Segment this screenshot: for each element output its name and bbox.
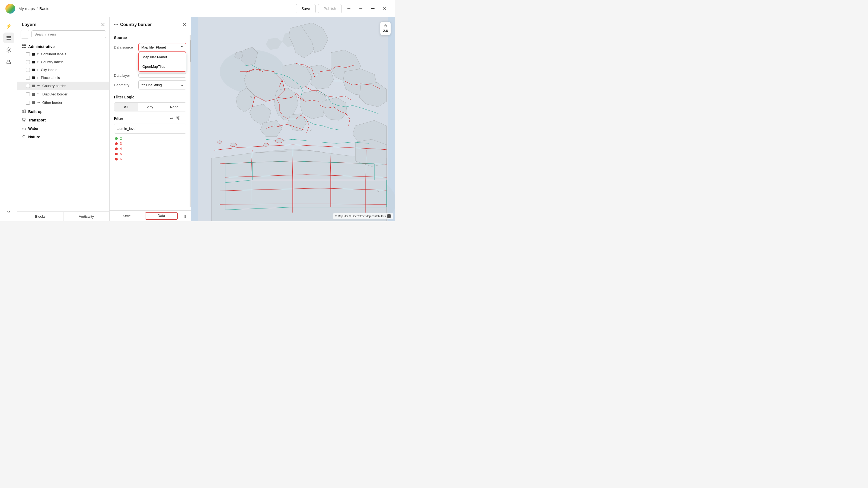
svg-rect-9 bbox=[22, 110, 24, 113]
builtup-label: Built-up bbox=[28, 109, 42, 114]
dropdown-item-openmaptiles[interactable]: OpenMapTiles bbox=[138, 62, 186, 71]
layer-label: Continent labels bbox=[41, 52, 66, 56]
layer-checkbox[interactable] bbox=[26, 93, 30, 96]
list-item[interactable]: T Country labels bbox=[18, 58, 109, 66]
filter-num-3: 3 bbox=[120, 141, 122, 145]
layer-group-transport[interactable]: Transport bbox=[18, 115, 109, 124]
geometry-value[interactable]: 〜 LineString ⌄ bbox=[138, 80, 186, 90]
layer-checkbox[interactable] bbox=[26, 68, 30, 72]
filter-logic-any[interactable]: Any bbox=[138, 103, 162, 111]
layer-group-builtup[interactable]: Built-up bbox=[18, 107, 109, 115]
list-item[interactable]: T City labels bbox=[18, 66, 109, 74]
dropdown-item-maptiler[interactable]: MapTiler Planet bbox=[138, 52, 186, 62]
layer-group-nature[interactable]: Nature bbox=[18, 132, 109, 140]
layer-label: Place labels bbox=[41, 76, 60, 80]
svg-point-29 bbox=[230, 143, 237, 147]
tab-verticality[interactable]: Verticality bbox=[63, 212, 109, 221]
layers-search-row: + bbox=[18, 30, 109, 42]
administrative-icon bbox=[22, 44, 26, 49]
dot-red-icon bbox=[115, 153, 118, 155]
filter-num-4: 4 bbox=[120, 147, 122, 151]
tab-style[interactable]: Style bbox=[110, 210, 144, 221]
publish-button[interactable]: Publish bbox=[318, 4, 342, 13]
detail-panel: 〜 Country border ✕ Source Data source Ma… bbox=[110, 18, 191, 221]
dot-green-icon bbox=[115, 137, 118, 140]
dot-red-icon bbox=[115, 142, 118, 145]
search-input[interactable] bbox=[31, 30, 106, 38]
layer-group-water[interactable]: Water bbox=[18, 124, 109, 132]
layer-checkbox[interactable] bbox=[26, 101, 30, 105]
list-item[interactable]: T Continent labels bbox=[18, 50, 109, 58]
water-label: Water bbox=[28, 126, 38, 131]
chevron-up-icon: ⌃ bbox=[180, 45, 183, 50]
filter-value-4[interactable]: 4 bbox=[115, 147, 186, 151]
detail-bottom-tabs: Style Data {} bbox=[110, 210, 191, 221]
layers-close-icon[interactable]: ✕ bbox=[101, 22, 105, 28]
add-layer-button[interactable]: + bbox=[21, 30, 29, 38]
breadcrumb-mymaps[interactable]: My maps bbox=[19, 6, 35, 11]
dot-red-icon bbox=[115, 158, 118, 161]
forward-button[interactable]: → bbox=[356, 4, 366, 13]
list-item[interactable]: 〜 Disputed border bbox=[18, 90, 109, 98]
attribution-info-button[interactable]: i bbox=[387, 214, 391, 218]
filter-sliders-icon[interactable] bbox=[176, 116, 180, 121]
sidebar-icon-layers[interactable] bbox=[3, 33, 14, 43]
list-item[interactable]: 〜 Other border bbox=[18, 98, 109, 107]
breadcrumb-page: Basic bbox=[39, 6, 50, 11]
data-source-dropdown-open: MapTiler Planet OpenMapTiles bbox=[138, 52, 186, 72]
zoom-value: 2.6 bbox=[383, 29, 388, 33]
sidebar-icon-puzzle[interactable] bbox=[3, 56, 14, 67]
sidebar-icon-lightning[interactable]: ⚡ bbox=[3, 21, 14, 31]
sidebar-icon-settings[interactable] bbox=[3, 44, 14, 55]
layer-checkbox[interactable] bbox=[26, 52, 30, 56]
breadcrumb: My maps / Basic bbox=[19, 6, 292, 11]
app-logo bbox=[5, 4, 15, 13]
detail-header-icon: 〜 bbox=[114, 22, 118, 27]
scrollbar-thumb[interactable] bbox=[190, 40, 191, 62]
filter-header: Filter ↩ — bbox=[114, 116, 186, 121]
data-layer-value bbox=[138, 73, 186, 77]
list-item[interactable]: 〜 Country border bbox=[18, 82, 109, 90]
filter-logic-none[interactable]: None bbox=[162, 103, 186, 111]
layers-list: Administrative T Continent labels T Coun… bbox=[18, 42, 109, 212]
detail-scrollable: Source Data source MapTiler Planet ⌃ Map… bbox=[110, 31, 191, 210]
menu-button[interactable]: ☰ bbox=[368, 4, 378, 13]
layer-checkbox[interactable] bbox=[26, 60, 30, 64]
filter-value-2[interactable]: 2 bbox=[115, 136, 186, 140]
svg-point-19 bbox=[177, 118, 178, 119]
data-source-trigger[interactable]: MapTiler Planet ⌃ bbox=[138, 43, 186, 52]
filter-undo-icon[interactable]: ↩ bbox=[170, 116, 174, 121]
detail-close-icon[interactable]: ✕ bbox=[182, 22, 186, 28]
tab-data[interactable]: Data bbox=[145, 212, 178, 220]
list-item[interactable]: T Place labels bbox=[18, 74, 109, 82]
filter-value-5[interactable]: 5 bbox=[115, 152, 186, 156]
tab-code[interactable]: {} bbox=[179, 210, 191, 221]
filter-value-6[interactable]: 6 bbox=[115, 157, 186, 161]
filter-num-5: 5 bbox=[120, 152, 122, 156]
save-button[interactable]: Save bbox=[296, 4, 316, 13]
layer-type-T: T bbox=[37, 68, 39, 72]
close-button[interactable]: ✕ bbox=[380, 4, 390, 13]
layer-color bbox=[32, 85, 35, 87]
svg-point-30 bbox=[218, 141, 222, 143]
filter-minus-icon[interactable]: — bbox=[182, 116, 186, 121]
filter-field-box: admin_level bbox=[114, 124, 186, 134]
detail-title: Country border bbox=[120, 22, 180, 27]
map-area[interactable]: ⏱ 2.6 © MapTiler © OpenStreetMap contrib… bbox=[191, 18, 395, 221]
geometry-line-icon: 〜 bbox=[141, 83, 145, 87]
svg-rect-11 bbox=[23, 118, 25, 120]
filter-field-name: admin_level bbox=[118, 127, 136, 131]
filter-logic-all[interactable]: All bbox=[114, 103, 138, 111]
tab-blocks[interactable]: Blocks bbox=[18, 212, 63, 221]
svg-rect-1 bbox=[6, 37, 11, 38]
filter-values: 2 3 4 5 6 bbox=[114, 136, 186, 161]
sidebar-icon-help[interactable]: ? bbox=[3, 207, 14, 218]
layer-group-administrative[interactable]: Administrative bbox=[18, 42, 109, 50]
svg-rect-0 bbox=[6, 39, 11, 40]
layer-checkbox[interactable] bbox=[26, 84, 30, 88]
filter-value-3[interactable]: 3 bbox=[115, 141, 186, 145]
layer-checkbox[interactable] bbox=[26, 76, 30, 80]
svg-point-18 bbox=[178, 116, 179, 118]
layer-type-T: T bbox=[37, 61, 39, 64]
back-button[interactable]: ← bbox=[344, 4, 354, 13]
